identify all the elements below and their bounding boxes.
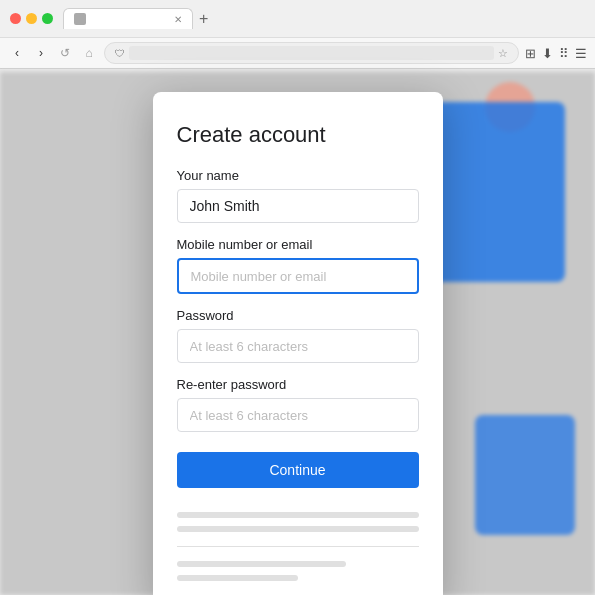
repassword-input[interactable] [177,398,419,432]
star-icon: ☆ [498,47,508,60]
name-field-group: Your name [177,168,419,223]
name-label: Your name [177,168,419,183]
ph-line-2 [177,526,419,532]
address-text [129,46,494,60]
bottom-placeholder-lines [177,512,419,581]
ph-line-1 [177,512,419,518]
tab-bar: ✕ + [63,8,214,29]
close-tab-button[interactable]: ✕ [174,14,182,25]
password-field-group: Password [177,308,419,363]
nav-bar: ‹ › ↺ ⌂ 🛡 ☆ ⊞ ⬇ ⠿ ☰ [0,37,595,68]
menu-icon[interactable]: ☰ [575,46,587,61]
shield-icon: 🛡 [115,48,125,59]
extensions-icon[interactable]: ⊞ [525,46,536,61]
title-bar: ✕ + [0,0,595,37]
repassword-label: Re-enter password [177,377,419,392]
nav-right-icons: ⊞ ⬇ ⠿ ☰ [525,46,587,61]
apps-icon[interactable]: ⠿ [559,46,569,61]
create-account-modal: Create account Your name Mobile number o… [153,92,443,595]
home-button[interactable]: ⌂ [80,44,98,62]
active-tab[interactable]: ✕ [63,8,193,29]
modal-overlay: Create account Your name Mobile number o… [0,72,595,595]
continue-button[interactable]: Continue [177,452,419,488]
maximize-window-button[interactable] [42,13,53,24]
email-field-group: Mobile number or email [177,237,419,294]
forward-button[interactable]: › [32,44,50,62]
password-label: Password [177,308,419,323]
tab-favicon-icon [74,13,86,25]
browser-chrome: ✕ + ‹ › ↺ ⌂ 🛡 ☆ ⊞ ⬇ ⠿ ☰ [0,0,595,69]
back-button[interactable]: ‹ [8,44,26,62]
minimize-window-button[interactable] [26,13,37,24]
ph-divider [177,546,419,547]
traffic-lights [10,13,53,24]
password-input[interactable] [177,329,419,363]
name-input[interactable] [177,189,419,223]
repassword-field-group: Re-enter password [177,377,419,432]
refresh-button[interactable]: ↺ [56,44,74,62]
ph-line-3 [177,561,346,567]
modal-title: Create account [177,122,419,148]
ph-line-4 [177,575,298,581]
new-tab-button[interactable]: + [193,10,214,28]
close-window-button[interactable] [10,13,21,24]
email-label: Mobile number or email [177,237,419,252]
email-input[interactable] [177,258,419,294]
address-bar[interactable]: 🛡 ☆ [104,42,519,64]
download-icon[interactable]: ⬇ [542,46,553,61]
